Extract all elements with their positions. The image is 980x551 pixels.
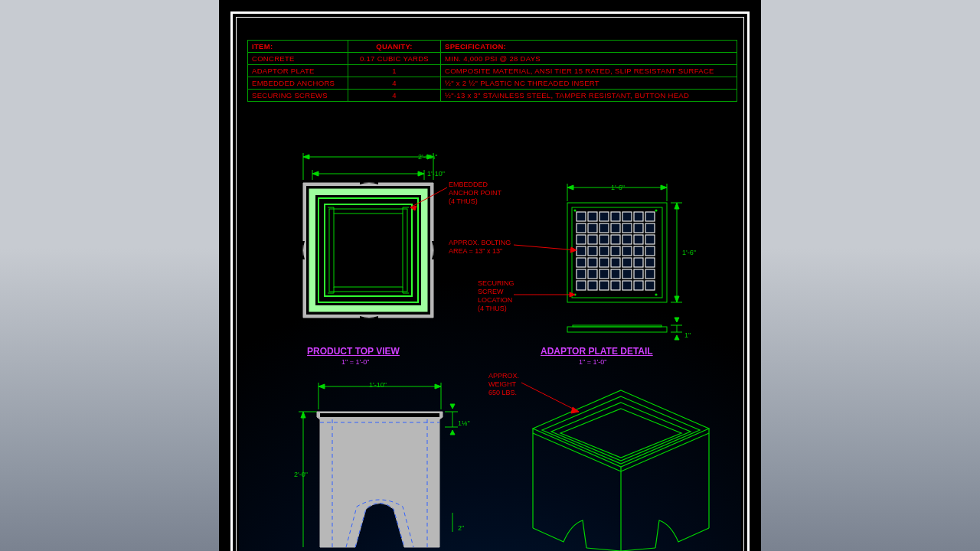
- cell-spec: COMPOSITE MATERIAL, ANSI TIER 15 RATED, …: [441, 65, 737, 77]
- svg-rect-36: [645, 212, 655, 221]
- svg-rect-65: [577, 269, 586, 279]
- product-top-view: [296, 149, 449, 325]
- cell-qty: 0.17 CUBIC YARDS: [348, 53, 441, 65]
- spec-table: ITEM: QUANITY: SPECIFICATION: CONCRETE 0…: [247, 40, 737, 102]
- svg-rect-71: [645, 269, 655, 279]
- svg-marker-26: [675, 203, 679, 209]
- dim-plate-w: 1'-6": [611, 184, 625, 191]
- cell-item: EMBEDDED ANCHORS: [248, 77, 348, 90]
- svg-marker-8: [312, 171, 318, 176]
- isometric-view: [510, 367, 732, 551]
- stage: ITEM: QUANITY: SPECIFICATION: CONCRETE 0…: [0, 0, 980, 551]
- table-row: EMBEDDED ANCHORS 4 ½" x 2 ½" PLASTIC NC …: [248, 77, 737, 90]
- svg-rect-32: [599, 212, 609, 221]
- svg-rect-49: [634, 235, 643, 244]
- svg-rect-34: [622, 212, 632, 221]
- table-row: CONCRETE 0.17 CUBIC YARDS MIN. 4,000 PSI…: [248, 53, 737, 65]
- svg-rect-62: [622, 258, 632, 267]
- cell-qty: 4: [348, 77, 441, 90]
- svg-point-82: [655, 293, 657, 295]
- svg-rect-41: [622, 223, 632, 233]
- svg-rect-61: [611, 258, 620, 267]
- side-elevation: [296, 375, 472, 551]
- cell-qty: 1: [348, 65, 441, 77]
- table-row: ADAPTOR PLATE 1 COMPOSITE MATERIAL, ANSI…: [248, 65, 737, 77]
- svg-rect-53: [599, 246, 609, 256]
- svg-marker-117: [571, 407, 579, 413]
- svg-rect-46: [599, 235, 609, 244]
- svg-rect-48: [622, 235, 632, 244]
- table-row: ITEM: QUANITY: SPECIFICATION:: [248, 41, 737, 53]
- svg-rect-45: [588, 235, 597, 244]
- svg-rect-44: [577, 235, 586, 244]
- svg-marker-22: [661, 185, 667, 190]
- svg-line-116: [521, 383, 579, 412]
- cell-spec: ½" x 2 ½" PLASTIC NC THREADED INSERT: [441, 77, 737, 90]
- col-header-item: ITEM:: [248, 41, 348, 53]
- dim-outer-width: 2'-0⅝": [418, 153, 437, 161]
- dim-inner-width: 1'-10": [427, 170, 445, 178]
- svg-marker-107: [301, 412, 305, 418]
- svg-marker-102: [450, 404, 455, 409]
- svg-rect-39: [599, 223, 609, 233]
- col-header-qty: QUANITY:: [348, 41, 441, 53]
- svg-rect-40: [611, 223, 620, 233]
- svg-marker-27: [675, 296, 679, 302]
- svg-rect-63: [634, 258, 643, 267]
- dim-plate-h: 1'-6": [682, 249, 696, 256]
- svg-rect-47: [611, 235, 620, 244]
- dim-side-lip: 1⅛": [458, 419, 470, 427]
- dim-side-h: 2'-0": [294, 471, 308, 478]
- view-scale-top: 1" = 1'-0": [341, 358, 369, 366]
- label-screw-loc: SECURING SCREW LOCATION (4 THUS): [478, 279, 514, 313]
- svg-rect-66: [588, 269, 597, 279]
- svg-rect-35: [634, 212, 643, 221]
- svg-rect-55: [622, 246, 632, 256]
- svg-rect-56: [634, 246, 643, 256]
- svg-marker-3: [303, 155, 309, 159]
- svg-marker-97: [318, 384, 325, 389]
- svg-rect-76: [622, 281, 632, 290]
- svg-rect-42: [634, 223, 643, 233]
- svg-marker-92: [675, 318, 679, 322]
- svg-rect-54: [611, 246, 620, 256]
- label-anchor: EMBEDDED ANCHOR POINT (4 THUS): [449, 181, 501, 206]
- svg-rect-31: [588, 212, 597, 221]
- svg-rect-77: [634, 281, 643, 290]
- svg-point-80: [655, 209, 657, 211]
- view-title-plate: ADAPTOR PLATE DETAIL: [541, 346, 653, 357]
- svg-rect-37: [577, 223, 586, 233]
- svg-rect-57: [645, 246, 655, 256]
- svg-rect-60: [599, 258, 609, 267]
- svg-rect-70: [634, 269, 643, 279]
- svg-rect-30: [577, 212, 586, 221]
- svg-rect-88: [573, 325, 662, 327]
- svg-marker-84: [570, 247, 577, 253]
- svg-marker-98: [435, 384, 441, 389]
- table-row: SECURING SCREWS 4 ½"-13 x 3" STAINLESS S…: [248, 90, 737, 102]
- cell-item: SECURING SCREWS: [248, 90, 348, 102]
- dim-plate-t: 1": [684, 331, 691, 339]
- svg-marker-9: [418, 171, 424, 176]
- cell-item: ADAPTOR PLATE: [248, 65, 348, 77]
- svg-rect-43: [645, 223, 655, 233]
- svg-rect-67: [599, 269, 609, 279]
- svg-rect-51: [577, 246, 586, 256]
- dim-side-lip2: 2": [458, 524, 464, 532]
- cell-spec: MIN. 4,000 PSI @ 28 DAYS: [441, 53, 737, 65]
- view-title-top: PRODUCT TOP VIEW: [307, 346, 400, 357]
- dim-side-w: 1'-10": [369, 381, 387, 389]
- cell-spec: ½"-13 x 3" STAINLESS STEEL, TAMPER RESIS…: [441, 90, 737, 102]
- svg-rect-59: [588, 258, 597, 267]
- svg-rect-73: [588, 281, 597, 290]
- svg-marker-21: [567, 185, 573, 190]
- svg-rect-38: [588, 223, 597, 233]
- svg-rect-69: [622, 269, 632, 279]
- label-weight: APPROX. WEIGHT 650 LBS.: [488, 372, 519, 397]
- svg-rect-50: [645, 235, 655, 244]
- svg-rect-74: [599, 281, 609, 290]
- svg-rect-87: [567, 327, 667, 332]
- svg-marker-103: [450, 430, 455, 435]
- svg-rect-72: [577, 281, 586, 290]
- label-bolt-area: APPROX. BOLTING AREA = 13" x 13": [449, 239, 511, 256]
